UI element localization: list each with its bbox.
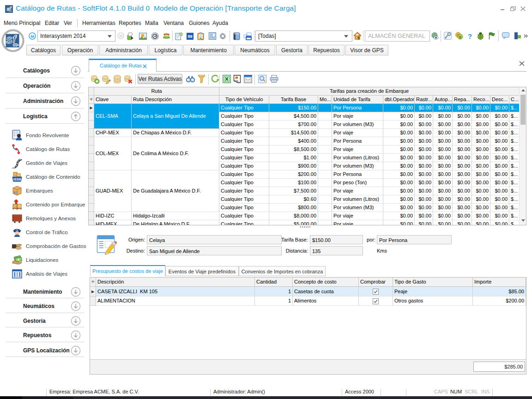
svg-text:s: s [6, 33, 12, 46]
svg-text:$: $ [459, 35, 461, 39]
svg-text:99: 99 [187, 34, 192, 39]
svg-text:TxT: TxT [246, 79, 251, 81]
svg-text:M: M [30, 34, 34, 39]
svg-text:M: M [119, 34, 122, 38]
